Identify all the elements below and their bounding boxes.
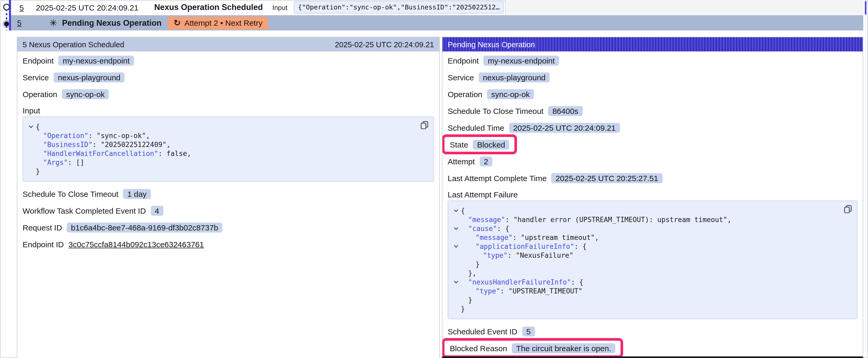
code-line: "cause": { — [454, 224, 852, 233]
event-row-pending-selected[interactable]: 5 ✳ Pending Nexus Operation ↻ Attempt 2 … — [11, 15, 863, 30]
field-label: Blocked Reason — [450, 344, 507, 353]
collapse-chevron-icon[interactable] — [28, 125, 36, 129]
copy-icon[interactable] — [420, 121, 429, 129]
field-row-schedule-to-close-timeout: Schedule To Close Timeout1 day — [23, 188, 151, 199]
code-line: "Operation": "sync-op-ok", — [28, 131, 428, 140]
code-line: } — [454, 304, 852, 314]
copy-icon[interactable] — [844, 205, 852, 213]
scheduled-fields-top: Endpointmy-nexus-endpointServicenexus-pl… — [23, 55, 434, 100]
scheduled-panel-body: Endpointmy-nexus-endpointServicenexus-pl… — [17, 52, 439, 250]
field-row-attempt: Attempt2 — [448, 155, 492, 167]
field-row-operation: Operationsync-op-ok — [448, 88, 534, 100]
input-json-code: {"Operation": "sync-op-ok","BusinessID":… — [28, 122, 428, 176]
event-row-scheduled[interactable]: 5 2025-02-25 UTC 20:24:09.21 Nexus Opera… — [0, 0, 868, 15]
scheduled-panel-time: 2025-02-25 UTC 20:24:09.21 — [335, 40, 434, 48]
field-row-endpoint: Endpointmy-nexus-endpoint — [448, 55, 559, 66]
pending-fields-top: Endpointmy-nexus-endpointServicenexus-pl… — [448, 55, 858, 184]
field-row-service: Servicenexus-playground — [23, 71, 125, 83]
code-line: "message": "handler error (UPSTREAM_TIME… — [454, 215, 852, 224]
field-label: Operation — [448, 90, 482, 98]
code-line: "applicationFailureInfo": { — [454, 242, 852, 251]
field-label: Request ID — [23, 223, 62, 232]
event-title: Nexus Operation Scheduled — [154, 3, 263, 12]
field-label: Last Attempt Complete Time — [448, 173, 547, 183]
field-label: Service — [23, 73, 49, 82]
field-row-last-attempt-complete-time: Last Attempt Complete Time2025-02-25 UTC… — [448, 172, 662, 184]
scheduled-panel-header: 5 Nexus Operation Scheduled 2025-02-25 U… — [17, 37, 439, 52]
field-label: Workflow Task Completed Event ID — [23, 206, 146, 215]
scheduled-fields-bottom: Schedule To Close Timeout1 dayWorkflow T… — [23, 188, 434, 250]
input-label: Input — [272, 3, 287, 11]
field-value: b1c6a4bc-8ee7-468a-9169-df3b02c8737b — [67, 222, 222, 232]
field-row-scheduled-event-id: Scheduled Event ID5 — [448, 325, 535, 337]
field-value: 5 — [522, 326, 535, 336]
field-value: 4 — [151, 205, 163, 216]
pending-panel-header: Pending Nexus Operation — [442, 37, 863, 52]
field-row-schedule-to-close-timeout: Schedule To Close Timeout86400s — [448, 105, 583, 117]
code-line: }, — [454, 269, 852, 278]
field-row-scheduled-time: Scheduled Time2025-02-25 UTC 20:24:09.21 — [448, 122, 620, 133]
code-line: "BusinessID": "20250225122409", — [28, 140, 428, 149]
code-line: "HandlerWaitForCancellation": false, — [28, 149, 428, 158]
field-row-operation: Operationsync-op-ok — [23, 88, 109, 100]
field-label: Endpoint — [23, 56, 54, 65]
field-value: my-nexus-endpoint — [484, 55, 559, 65]
field-label: Schedule To Close Timeout — [448, 106, 544, 115]
field-label: Endpoint ID — [23, 240, 64, 249]
collapse-chevron-icon[interactable] — [454, 280, 461, 284]
collapse-chevron-icon[interactable] — [454, 227, 461, 230]
field-row-endpoint-id: Endpoint ID3c0c75ccfa8144b092c13ce632463… — [23, 238, 204, 250]
failure-json-code: {"message": "handler error (UPSTREAM_TIM… — [454, 206, 852, 314]
field-label: Operation — [23, 90, 57, 98]
field-value[interactable]: 3c0c75ccfa8144b092c13ce632463761 — [68, 240, 204, 249]
field-label: Endpoint — [448, 56, 479, 65]
field-value: sync-op-ok — [62, 89, 109, 99]
field-row-service: Servicenexus-playground — [448, 71, 550, 83]
event-timestamp: 2025-02-25 UTC 20:24:09.21 — [36, 3, 138, 12]
code-line: } — [454, 260, 852, 269]
field-value: 2025-02-25 UTC 20:24:09.21 — [509, 123, 620, 133]
field-label: State — [450, 140, 468, 149]
row-filler — [505, 0, 864, 15]
code-line: } — [28, 167, 428, 176]
field-label: Scheduled Time — [448, 123, 504, 132]
input-preview-chip[interactable]: {"Operation":"sync-op-ok","BusinessID":"… — [294, 1, 504, 14]
input-section-heading: Input — [23, 105, 434, 116]
collapse-chevron-icon[interactable] — [454, 209, 461, 213]
retry-attempt-badge[interactable]: ↻ Attempt 2 • Next Retry — [168, 17, 268, 29]
field-value: sync-op-ok — [487, 89, 534, 99]
field-value: nexus-playground — [54, 72, 125, 82]
failure-section-heading: Last Attempt Failure — [448, 189, 858, 199]
field-label: Attempt — [448, 157, 475, 166]
field-value: Blocked — [473, 139, 509, 149]
pending-panel-body: Endpointmy-nexus-endpointServicenexus-pl… — [442, 52, 863, 358]
field-value: 2 — [479, 156, 492, 166]
input-json-block: {"Operation": "sync-op-ok","BusinessID":… — [23, 117, 434, 182]
collapse-chevron-icon[interactable] — [454, 245, 461, 248]
code-line: "message": "upstream timeout", — [454, 233, 852, 242]
event-id-link[interactable]: 5 — [17, 19, 22, 27]
field-row-blocked-reason: Blocked ReasonThe circuit breaker is ope… — [442, 338, 623, 358]
pending-title: Pending Nexus Operation — [62, 18, 161, 28]
timeline-pending-node-icon[interactable] — [4, 21, 9, 26]
scheduled-panel-title: 5 Nexus Operation Scheduled — [23, 40, 124, 48]
code-line: { — [28, 122, 428, 131]
timeline-event-node-icon[interactable] — [3, 4, 10, 10]
field-label: Schedule To Close Timeout — [23, 189, 119, 198]
retry-badge-label: Attempt 2 • Next Retry — [184, 19, 262, 27]
field-row-workflow-task-completed-event-id: Workflow Task Completed Event ID4 — [23, 205, 163, 216]
code-line: "Args": [] — [28, 158, 428, 167]
failure-json-block: {"message": "handler error (UPSTREAM_TIM… — [448, 200, 858, 319]
field-label: Service — [448, 73, 474, 82]
field-value: my-nexus-endpoint — [58, 55, 134, 65]
field-value: 2025-02-25 UTC 20:25:27.51 — [552, 173, 662, 183]
field-label: Scheduled Event ID — [448, 327, 517, 336]
code-line: { — [454, 206, 852, 215]
event-history-view: 5 2025-02-25 UTC 20:24:09.21 Nexus Opera… — [0, 0, 868, 358]
code-line: "nexusHandlerFailureInfo": { — [454, 278, 852, 287]
event-id-link[interactable]: 5 — [20, 3, 24, 12]
pending-asterisk-icon: ✳ — [50, 18, 57, 28]
retry-icon: ↻ — [174, 19, 181, 27]
pending-operation-panel: Pending Nexus Operation Endpointmy-nexus… — [442, 37, 863, 358]
field-row-request-id: Request IDb1c6a4bc-8ee7-468a-9169-df3b02… — [23, 222, 222, 233]
